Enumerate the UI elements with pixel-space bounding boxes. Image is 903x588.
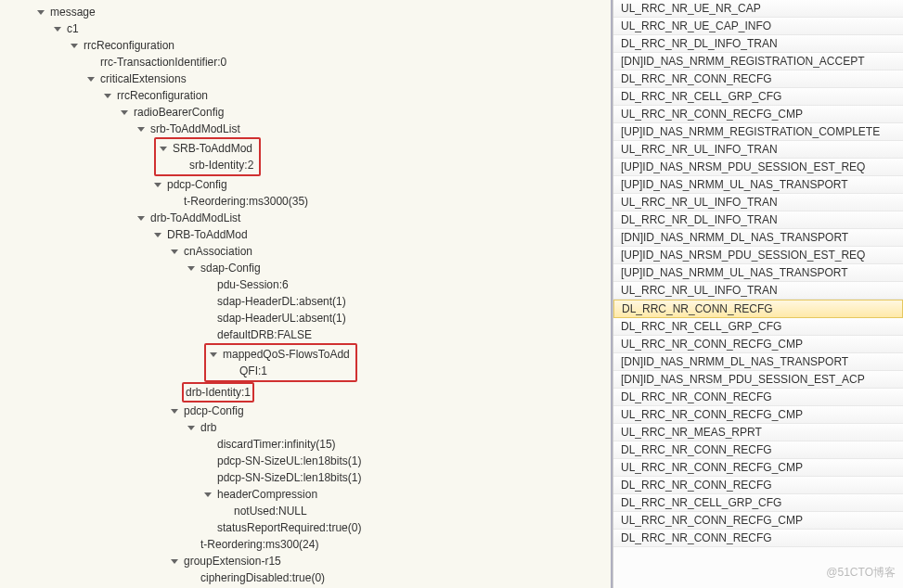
tree-expand-icon[interactable] [137, 216, 145, 221]
tree-node[interactable]: t-Reordering:ms300(24) [0, 536, 611, 553]
tree-expand-icon[interactable] [187, 266, 195, 271]
message-list-item[interactable]: UL_RRC_NR_UL_INFO_TRAN [613, 141, 903, 159]
tree-node[interactable]: DRB-ToAddMod [0, 226, 611, 243]
tree-node[interactable]: sdap-Config [0, 260, 611, 276]
message-list-item[interactable]: DL_RRC_NR_DL_INFO_TRAN [613, 35, 903, 53]
message-list-panel[interactable]: UL_RRC_NR_UE_NR_CAPUL_RRC_NR_UE_CAP_INFO… [613, 0, 903, 588]
tree-node[interactable]: statusReportRequired:true(0) [0, 519, 611, 536]
message-list-item[interactable]: UL_RRC_NR_CONN_RECFG_CMP [613, 336, 903, 353]
tree-node[interactable]: drb [0, 419, 611, 436]
message-list-item[interactable]: [UP]ID_NAS_NRMM_REGISTRATION_COMPLETE [613, 123, 903, 141]
tree-node[interactable]: pdcp-SN-SizeDL:len18bits(1) [0, 469, 611, 486]
message-list-item[interactable]: UL_RRC_NR_CONN_RECFG_CMP [613, 512, 903, 530]
tree-node-label: srb-ToAddModList [148, 121, 242, 137]
tree-expand-icon[interactable] [171, 409, 178, 414]
tree-node[interactable]: cnAssociation [0, 243, 611, 260]
message-list-item[interactable]: DL_RRC_NR_CONN_RECFG [613, 70, 903, 88]
tree-node[interactable]: rrcReconfiguration [0, 37, 611, 54]
tree-node[interactable]: t-Reordering:ms3000(35) [0, 193, 611, 210]
tree-node[interactable]: discardTimer:infinity(15) [0, 436, 611, 453]
tree-node-label: rrcReconfiguration [115, 87, 210, 104]
tree-node[interactable]: sdap-HeaderDL:absent(1) [0, 293, 611, 310]
message-list-item[interactable]: DL_RRC_NR_DL_INFO_TRAN [613, 211, 903, 229]
message-list-item[interactable]: UL_RRC_NR_UE_CAP_INFO [613, 18, 903, 35]
tree-expand-icon[interactable] [210, 352, 217, 357]
tree-node[interactable]: criticalExtensions [0, 70, 611, 87]
tree-node[interactable]: drb-ToAddModList [0, 210, 611, 226]
tree-node-label: headerCompression [215, 486, 319, 503]
message-list-item[interactable]: UL_RRC_NR_CONN_RECFG_CMP [613, 106, 903, 123]
tree-node-label: drb-Identity:1 [182, 382, 254, 403]
tree-node-label: groupExtension-r15 [182, 553, 283, 569]
tree-node[interactable]: rrcReconfiguration [0, 87, 611, 104]
tree-expand-icon[interactable] [204, 492, 212, 497]
tree-expand-icon[interactable] [154, 183, 161, 187]
message-list-item[interactable]: DL_RRC_NR_CELL_GRP_CFG [613, 494, 903, 512]
message-list-item[interactable]: DL_RRC_NR_CONN_RECFG [613, 389, 903, 406]
tree-expand-icon[interactable] [121, 110, 128, 115]
tree-node-label: drb [199, 419, 218, 436]
message-list-item[interactable]: UL_RRC_NR_UL_INFO_TRAN [613, 194, 903, 211]
tree-node-label: defaultDRB:FALSE [215, 326, 314, 343]
message-list-item[interactable]: DL_RRC_NR_CONN_RECFG [613, 530, 903, 547]
message-list-item[interactable]: UL_RRC_NR_CONN_RECFG_CMP [613, 459, 903, 477]
tree-node[interactable]: c1 [0, 20, 611, 37]
tree-node[interactable]: drb-Identity:1 [0, 382, 611, 403]
message-list-item[interactable]: [UP]ID_NAS_NRMM_UL_NAS_TRANSPORT [613, 264, 903, 282]
message-list-item[interactable]: UL_RRC_NR_MEAS_RPRT [613, 424, 903, 441]
message-list-item[interactable]: DL_RRC_NR_CONN_RECFG [613, 441, 903, 459]
tree-expand-icon[interactable] [54, 27, 61, 32]
message-list-item[interactable]: [DN]ID_NAS_NRMM_REGISTRATION_ACCEPT [613, 53, 903, 70]
tree-expand-icon[interactable] [71, 44, 78, 48]
tree-node-label: t-Reordering:ms300(24) [199, 536, 320, 553]
tree-node-label: SRB-ToAddMod [171, 140, 254, 157]
tree-node[interactable]: sdap-HeaderUL:absent(1) [0, 310, 611, 326]
tree-node[interactable]: headerCompression [0, 486, 611, 503]
tree-expand-icon[interactable] [104, 94, 111, 98]
message-list-item[interactable]: [DN]ID_NAS_NRMM_DL_NAS_TRANSPORT [613, 229, 903, 247]
tree-node[interactable]: pdcp-SN-SizeUL:len18bits(1) [0, 453, 611, 469]
message-list-item[interactable]: UL_RRC_NR_UE_NR_CAP [613, 0, 903, 18]
tree-node-label: pdcp-SN-SizeDL:len18bits(1) [215, 469, 363, 486]
tree-node[interactable]: SRB-ToAddMod [160, 140, 255, 157]
message-list-item[interactable]: [UP]ID_NAS_NRSM_PDU_SESSION_EST_REQ [613, 247, 903, 264]
tree-node[interactable]: groupExtension-r15 [0, 553, 611, 569]
tree-node[interactable]: message [0, 4, 611, 20]
tree-node[interactable]: srb-ToAddModList [0, 121, 611, 137]
tree-node[interactable]: rrc-TransactionIdentifier:0 [0, 54, 611, 70]
tree-expand-icon[interactable] [160, 147, 167, 151]
message-list-item[interactable]: DL_RRC_NR_CELL_GRP_CFG [613, 318, 903, 336]
message-list-item[interactable]: DL_RRC_NR_CONN_RECFG [613, 477, 903, 494]
tree-node-label: mappedQoS-FlowsToAdd [221, 346, 352, 363]
tree-node-label: radioBearerConfig [132, 104, 226, 121]
tree-node[interactable]: cipheringDisabled:true(0) [0, 569, 611, 586]
tree-node[interactable]: pdcp-Config [0, 176, 611, 193]
message-list-item[interactable]: [UP]ID_NAS_NRSM_PDU_SESSION_EST_REQ [613, 159, 903, 176]
message-list-item[interactable]: UL_RRC_NR_UL_INFO_TRAN [613, 282, 903, 300]
tree-node-label: drb-ToAddModList [148, 210, 242, 226]
tree-node[interactable]: QFI:1 [210, 363, 352, 379]
tree-expand-icon[interactable] [171, 559, 178, 564]
tree-node[interactable]: pdu-Session:6 [0, 276, 611, 293]
tree-expand-icon[interactable] [37, 10, 45, 15]
tree-node[interactable]: defaultDRB:FALSE [0, 326, 611, 343]
tree-node[interactable]: mappedQoS-FlowsToAdd [210, 346, 352, 363]
tree-node[interactable]: pdcp-Config [0, 403, 611, 419]
tree-node[interactable]: radioBearerConfig [0, 104, 611, 121]
tree-node[interactable]: notUsed:NULL [0, 503, 611, 519]
tree-node[interactable]: srb-Identity:2 [160, 157, 255, 173]
tree-expand-icon[interactable] [137, 127, 145, 132]
message-list-item[interactable]: [DN]ID_NAS_NRMM_DL_NAS_TRANSPORT [613, 353, 903, 371]
tree-expand-icon[interactable] [87, 77, 95, 82]
tree-expand-icon[interactable] [171, 249, 178, 254]
tree-expand-icon[interactable] [187, 426, 195, 430]
message-list-item[interactable]: DL_RRC_NR_CONN_RECFG [613, 300, 903, 318]
message-list-item[interactable]: [UP]ID_NAS_NRMM_UL_NAS_TRANSPORT [613, 176, 903, 194]
message-list-item[interactable]: [DN]ID_NAS_NRSM_PDU_SESSION_EST_ACP [613, 371, 903, 389]
tree-panel[interactable]: messagec1rrcReconfigurationrrc-Transacti… [0, 0, 613, 588]
message-list-item[interactable]: UL_RRC_NR_CONN_RECFG_CMP [613, 406, 903, 424]
tree-node-label: rrcReconfiguration [82, 37, 176, 54]
tree-expand-icon[interactable] [154, 233, 161, 237]
tree-node-label: sdap-Config [199, 260, 263, 276]
message-list-item[interactable]: DL_RRC_NR_CELL_GRP_CFG [613, 88, 903, 106]
